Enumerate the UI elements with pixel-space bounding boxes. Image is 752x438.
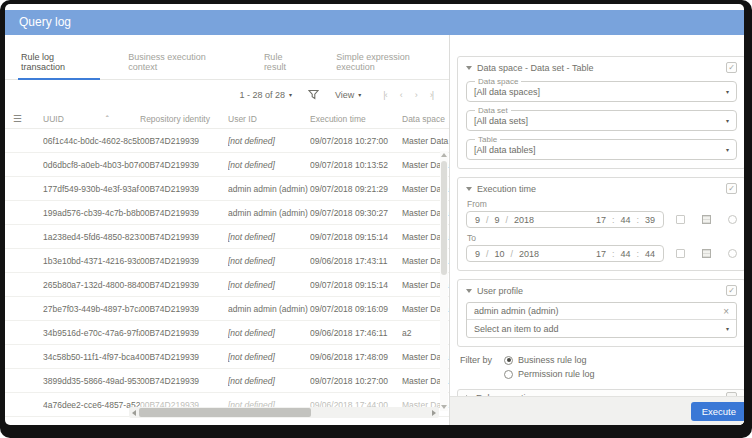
window-frame: Query log Rule log transaction Business … <box>0 0 752 438</box>
calendar-icon[interactable] <box>676 249 685 258</box>
chevron-down-icon: ▾ <box>726 118 729 124</box>
scroll-up-icon[interactable] <box>441 153 447 157</box>
execute-button[interactable]: Execute <box>691 402 744 421</box>
table-row[interactable]: 1b3e10bd-4371-4216-93dc- 00B74D219939 [n… <box>5 249 449 273</box>
table-row[interactable]: 0d6dbcf8-a0eb-4b03-b07e-0 00B74D219939 [… <box>5 153 449 177</box>
from-datetime-input: 9 / 9 / 2018 17 : 44 : 39 <box>466 211 664 228</box>
panel-enabled-checkbox[interactable]: ✓ <box>726 62 737 73</box>
vertical-scrollbar[interactable] <box>440 151 448 411</box>
view-label: View <box>335 90 354 100</box>
table-menu-icon[interactable]: ☰ <box>13 113 43 124</box>
query-log-window: Query log Rule log transaction Business … <box>5 4 744 425</box>
field-value: [All data sets] <box>474 116 528 126</box>
cell-repository-identity: 00B74D219939 <box>140 136 228 146</box>
date-picker-icon[interactable] <box>702 249 711 258</box>
to-second[interactable]: 44 <box>645 249 655 259</box>
cell-execution-time: 09/07/2018 10:27:00 <box>310 376 402 386</box>
field-label: Data space <box>475 77 521 86</box>
collapse-caret-icon[interactable] <box>466 289 472 293</box>
from-day[interactable]: 9 <box>495 215 500 225</box>
radio-permission-rule-log[interactable]: Permission rule log <box>504 369 595 379</box>
to-minute[interactable]: 44 <box>620 249 630 259</box>
table-row[interactable]: 1a238ed4-5fd6-4850-8233- 00B74D219939 [n… <box>5 225 449 249</box>
horizontal-scrollbar[interactable] <box>129 407 439 418</box>
to-month[interactable]: 9 <box>475 249 480 259</box>
vertical-scroll-thumb[interactable] <box>441 161 447 275</box>
column-header-uuid[interactable]: UUID ˆ <box>43 114 140 124</box>
date-picker-icon[interactable] <box>702 215 711 224</box>
to-hour[interactable]: 17 <box>596 249 606 259</box>
to-label: To <box>467 233 737 243</box>
funnel-icon <box>308 89 319 100</box>
data-space-select[interactable]: Data space [All data spaces] ▾ <box>466 77 737 102</box>
tab-rule-result[interactable]: Rule result <box>261 52 308 80</box>
collapse-caret-icon[interactable] <box>466 187 472 191</box>
cell-uuid: 0d6dbcf8-a0eb-4b03-b07e-0 <box>43 160 140 170</box>
column-header-data-space[interactable]: Data space <box>402 114 449 124</box>
radio-selected-icon <box>504 356 513 365</box>
column-header-user-id[interactable]: User ID <box>228 114 310 124</box>
pagination-dropdown[interactable]: 1 - 28 of 28 ▾ <box>239 90 292 100</box>
table-row[interactable]: 27be7f03-449b-4897-b7ca-e 00B74D219939 a… <box>5 297 449 321</box>
cell-repository-identity: 00B74D219939 <box>140 328 228 338</box>
cell-user-id: [not defined] <box>228 352 310 362</box>
table-row[interactable]: 06f1c44c-b0dc-4602-8c5b-e 00B74D219939 [… <box>5 129 449 153</box>
prev-page-button[interactable]: ‹ <box>400 90 402 100</box>
table-row[interactable]: 199ad576-cb39-4c7b-b8bc-a 00B74D219939 a… <box>5 201 449 225</box>
to-year[interactable]: 2018 <box>519 249 539 259</box>
table-header-row: ☰ UUID ˆ Repository identity User ID Exe… <box>5 109 449 129</box>
data-set-select[interactable]: Data set [All data sets] ▾ <box>466 106 737 131</box>
cell-execution-time: 09/06/2018 17:43:11 <box>310 256 402 266</box>
cell-uuid: 34b9516d-e70c-47a6-97fa-5 <box>43 328 140 338</box>
tab-simple-expression-execution[interactable]: Simple expression execution <box>333 52 449 80</box>
horizontal-scroll-thumb[interactable] <box>139 408 311 417</box>
table-row[interactable]: 265b80a7-132d-4800-8847- 00B74D219939 [n… <box>5 273 449 297</box>
from-month[interactable]: 9 <box>475 215 480 225</box>
from-second[interactable]: 39 <box>645 215 655 225</box>
clock-icon[interactable] <box>728 215 737 224</box>
cell-repository-identity: 00B74D219939 <box>140 376 228 386</box>
selected-user-item: admin admin (admin) × <box>467 303 736 320</box>
cell-execution-time: 09/06/2018 17:46:11 <box>310 328 402 338</box>
field-label: Table <box>475 135 500 144</box>
table-row[interactable]: 177df549-930b-4e3f-93af-4 00B74D219939 a… <box>5 177 449 201</box>
remove-item-icon[interactable]: × <box>723 306 729 317</box>
last-page-button[interactable]: ›| <box>430 90 433 100</box>
table-row[interactable]: 3899dd35-5866-49ad-9530- 00B74D219939 [n… <box>5 369 449 393</box>
scroll-down-icon[interactable] <box>441 405 447 409</box>
chevron-down-icon: ▾ <box>726 89 729 95</box>
field-value: [All data tables] <box>474 145 536 155</box>
from-minute[interactable]: 44 <box>620 215 630 225</box>
cell-repository-identity: 00B74D219939 <box>140 256 228 266</box>
panel-execution-time: Execution time ✓ From 9 / 9 / 2018 17 <box>457 177 744 271</box>
table-row[interactable]: 34b9516d-e70c-47a6-97fa-5 00B74D219939 [… <box>5 321 449 345</box>
cell-execution-time: 09/07/2018 09:15:14 <box>310 232 402 242</box>
cell-user-id: [not defined] <box>228 256 310 266</box>
tab-business-execution-context[interactable]: Business execution context <box>125 52 236 80</box>
to-datetime-input: 9 / 10 / 2018 17 : 44 : 44 <box>466 245 664 262</box>
clock-icon[interactable] <box>728 249 737 258</box>
tab-rule-log-transaction[interactable]: Rule log transaction <box>18 52 100 80</box>
view-dropdown[interactable]: View ▾ <box>335 90 361 100</box>
cell-execution-time: 09/07/2018 09:21:29 <box>310 184 402 194</box>
cell-execution-time: 09/07/2018 10:13:52 <box>310 160 402 170</box>
add-user-dropdown[interactable]: Select an item to add ▾ <box>467 320 736 337</box>
filter-button[interactable] <box>308 89 319 100</box>
calendar-icon[interactable] <box>676 215 685 224</box>
from-year[interactable]: 2018 <box>514 215 534 225</box>
radio-business-rule-log[interactable]: Business rule log <box>504 355 595 365</box>
column-header-repository-identity[interactable]: Repository identity <box>140 114 228 124</box>
cell-user-id: admin admin (admin) <box>228 184 310 194</box>
collapse-caret-icon[interactable] <box>466 66 472 70</box>
first-page-button[interactable]: |‹ <box>383 90 386 100</box>
next-page-button[interactable]: › <box>415 90 417 100</box>
panel-enabled-checkbox[interactable]: ✓ <box>726 183 737 194</box>
scroll-left-icon[interactable] <box>132 410 136 416</box>
panel-enabled-checkbox[interactable]: ✓ <box>726 285 737 296</box>
table-row[interactable]: 34c58b50-11f1-4f97-bca4-6 00B74D219939 [… <box>5 345 449 369</box>
scroll-right-icon[interactable] <box>432 410 436 416</box>
from-hour[interactable]: 17 <box>596 215 606 225</box>
table-select[interactable]: Table [All data tables] ▾ <box>466 135 737 160</box>
column-header-execution-time[interactable]: Execution time <box>310 114 402 124</box>
to-day[interactable]: 10 <box>495 249 505 259</box>
